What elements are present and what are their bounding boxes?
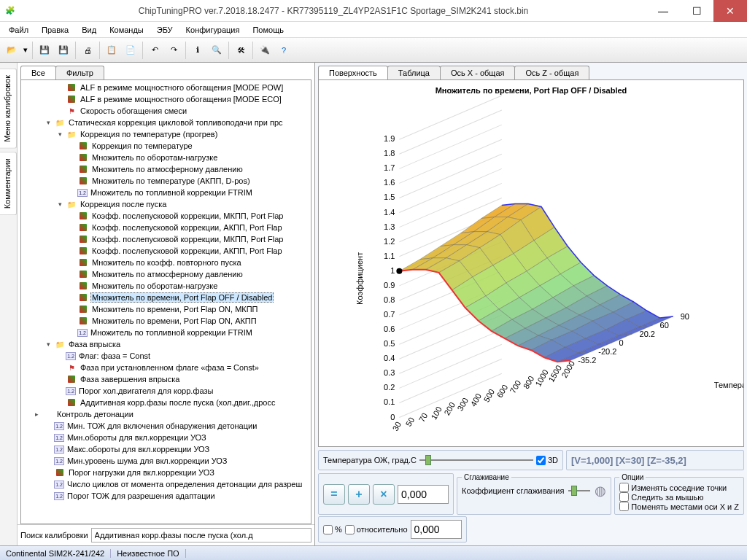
tree-item[interactable]: 1.2Мин.обороты для вкл.коррекции УОЗ bbox=[21, 432, 311, 443]
save-button[interactable]: 💾 bbox=[36, 42, 53, 59]
maximize-button[interactable]: ☐ bbox=[680, 0, 713, 22]
connect-button[interactable]: 🔌 bbox=[256, 42, 274, 59]
surface-chart[interactable]: 00.10.20.30.40.50.60.70.80.911.11.21.31.… bbox=[319, 95, 743, 447]
tree-item[interactable]: 1.2Флаг: фаза = Const bbox=[21, 350, 311, 362]
info-button[interactable]: ℹ bbox=[189, 42, 206, 59]
tools-button[interactable]: 🛠 bbox=[232, 42, 249, 59]
tree-item[interactable]: Коррекция по температуре bbox=[21, 140, 311, 152]
minimize-button[interactable]: — bbox=[646, 0, 680, 22]
temp-slider[interactable] bbox=[419, 454, 533, 467]
tree-item[interactable]: ▸Контроль детонации bbox=[21, 408, 311, 420]
statusbar: Continental SIM2K-241/242 Неизвестное ПО bbox=[0, 545, 747, 560]
svg-text:1.3: 1.3 bbox=[384, 222, 395, 231]
tree-item[interactable]: 1.2Мин. ТОЖ для включения обнаружения де… bbox=[21, 420, 311, 432]
tab-filter[interactable]: Фильтр bbox=[55, 66, 104, 79]
open-dropdown[interactable]: ▾ bbox=[22, 42, 29, 59]
tree-item[interactable]: Коэфф. послепусковой коррекции, АКПП, Po… bbox=[21, 245, 311, 257]
tree-item[interactable]: Порог нагрузки для вкл.коррекции УОЗ bbox=[21, 467, 311, 478]
tree-item[interactable]: Коэфф. послепусковой коррекции, МКПП, Po… bbox=[21, 210, 311, 222]
tree-item[interactable]: 1.2Число циклов от момента определения д… bbox=[21, 478, 311, 490]
tree-item[interactable]: Коэфф. послепусковой коррекции, АКПП, Po… bbox=[21, 222, 311, 233]
undo-button[interactable]: ↶ bbox=[146, 42, 163, 59]
tree-item[interactable]: ▾📁Фаза впрыска bbox=[21, 338, 311, 350]
opt-swap-axes[interactable] bbox=[619, 502, 629, 511]
tree-item[interactable]: Множитель по времени, Port Flap ON, МКПП bbox=[21, 303, 311, 315]
sidetab-calibrations[interactable]: Меню калибровок bbox=[0, 69, 17, 149]
rtab-surface[interactable]: Поверхность bbox=[318, 66, 388, 79]
rtab-xaxis[interactable]: Ось X - общая bbox=[440, 66, 516, 79]
tree-item[interactable]: 1.2Множитель по топливной коррекции FTRI… bbox=[21, 187, 311, 198]
copy-button[interactable]: 📋 bbox=[103, 42, 120, 59]
svg-text:0.6: 0.6 bbox=[384, 324, 395, 333]
menu-ecu[interactable]: ЭБУ bbox=[151, 24, 179, 36]
menu-config[interactable]: Конфигурация bbox=[180, 24, 246, 36]
open-button[interactable]: 📂 bbox=[3, 42, 20, 59]
relative-checkbox[interactable] bbox=[345, 525, 355, 534]
tree-item[interactable]: 1.2Порог хол.двигателя для корр.фазы bbox=[21, 385, 311, 397]
menubar: Файл Правка Вид Команды ЭБУ Конфигурация… bbox=[0, 22, 747, 38]
opt-neighbor[interactable] bbox=[619, 483, 629, 492]
help-button[interactable]: ? bbox=[275, 42, 293, 59]
tree-item[interactable]: Множитель по атмосферному давлению bbox=[21, 163, 311, 175]
menu-edit[interactable]: Правка bbox=[36, 24, 74, 36]
tree-item[interactable]: 1.2Порог ТОЖ для разрешения адаптации bbox=[21, 490, 311, 502]
tree-item[interactable]: Множитель по времени, Port Flap ON, АКПП bbox=[21, 315, 311, 327]
tree-item[interactable]: Множитель по коэфф. повторного пуска bbox=[21, 257, 311, 268]
tree-item[interactable]: 1.2Множитель по топливной коррекции FTRI… bbox=[21, 327, 311, 338]
svg-text:0.3: 0.3 bbox=[384, 368, 395, 377]
menu-view[interactable]: Вид bbox=[76, 24, 102, 36]
svg-text:1.7: 1.7 bbox=[384, 163, 395, 172]
svg-text:20.2: 20.2 bbox=[640, 330, 655, 338]
tree-item[interactable]: Множитель по температуре (АКПП, D-pos) bbox=[21, 175, 311, 187]
smoothing-slider[interactable] bbox=[568, 484, 590, 497]
plus-button[interactable]: + bbox=[348, 484, 370, 505]
sidetab-comments[interactable]: Комментарии bbox=[0, 152, 17, 215]
value-input-1[interactable] bbox=[398, 485, 449, 504]
menu-file[interactable]: Файл bbox=[3, 24, 34, 36]
tree-item[interactable]: 1.2Макс.обороты для вкл.коррекции УОЗ bbox=[21, 443, 311, 455]
checkbox-3d[interactable] bbox=[536, 456, 546, 465]
tree-item[interactable]: ▾📁Статическая коррекция цикловой топливо… bbox=[21, 117, 311, 128]
menu-commands[interactable]: Команды bbox=[104, 24, 150, 36]
sphere-icon[interactable]: ◍ bbox=[595, 483, 606, 499]
svg-text:-20.2: -20.2 bbox=[598, 347, 616, 356]
calibration-tree[interactable]: ALF в режиме мощностного обогащения [MOD… bbox=[20, 79, 311, 524]
controls: Температура ОЖ, град.С 3D [V=1,000] [X=3… bbox=[318, 450, 744, 542]
tree-item[interactable]: ALF в режиме мощностного обогащения [MOD… bbox=[21, 93, 311, 105]
svg-text:0.4: 0.4 bbox=[384, 354, 395, 362]
tree-item[interactable]: Аддитивная корр.фазы после пуска (хол.дв… bbox=[21, 397, 311, 408]
paste-button[interactable]: 📄 bbox=[122, 42, 139, 59]
menu-help[interactable]: Помощь bbox=[247, 24, 290, 36]
percent-checkbox[interactable] bbox=[323, 525, 333, 534]
rtab-table[interactable]: Таблица bbox=[387, 66, 441, 79]
close-button[interactable]: ✕ bbox=[713, 0, 747, 22]
saveall-button[interactable]: 💾 bbox=[55, 42, 72, 59]
equals-button[interactable]: = bbox=[323, 484, 345, 505]
opt-follow-mouse[interactable] bbox=[619, 492, 629, 502]
tree-item[interactable]: 1.2Мин.уровень шума для вкл.коррекции УО… bbox=[21, 455, 311, 467]
tree-item[interactable]: Множитель по оборотам-нагрузке bbox=[21, 152, 311, 163]
tree-item[interactable]: Множитель по атмосферному давлению bbox=[21, 268, 311, 280]
multiply-button[interactable]: × bbox=[373, 484, 395, 505]
svg-text:0.5: 0.5 bbox=[384, 339, 395, 348]
tree-item[interactable]: Множитель по времени, Port Flap OFF / Di… bbox=[21, 292, 311, 303]
value-input-2[interactable] bbox=[411, 520, 462, 539]
window-title: ChipTuningPRO ver.7.2018.18.2477 - KR773… bbox=[20, 6, 646, 16]
search-button[interactable]: 🔍 bbox=[208, 42, 225, 59]
tree-item[interactable]: Фаза завершения впрыска bbox=[21, 373, 311, 385]
tree-item[interactable]: Множитель по оборотам-нагрузке bbox=[21, 280, 311, 292]
tree-item[interactable]: Коэфф. послепусковой коррекции, МКПП, Po… bbox=[21, 233, 311, 245]
tab-all[interactable]: Все bbox=[20, 66, 56, 79]
tree-item[interactable]: Скорость обогащения смеси bbox=[21, 105, 311, 117]
search-input[interactable] bbox=[91, 528, 311, 542]
tree-item[interactable]: ▾📁Коррекция после пуска bbox=[21, 198, 311, 210]
left-panel: Все Фильтр ALF в режиме мощностного обог… bbox=[18, 63, 315, 545]
rtab-zaxis[interactable]: Ось Z - общая bbox=[514, 66, 589, 79]
app-icon: 🧩 bbox=[0, 6, 20, 15]
redo-button[interactable]: ↷ bbox=[165, 42, 182, 59]
svg-text:-35.2: -35.2 bbox=[578, 356, 596, 365]
tree-item[interactable]: Фаза при установленном флаге «фаза = Con… bbox=[21, 362, 311, 373]
print-button[interactable]: 🖨 bbox=[79, 42, 96, 59]
tree-item[interactable]: ALF в режиме мощностного обогащения [MOD… bbox=[21, 82, 311, 93]
tree-item[interactable]: ▾📁Коррекция по температуре (прогрев) bbox=[21, 128, 311, 140]
